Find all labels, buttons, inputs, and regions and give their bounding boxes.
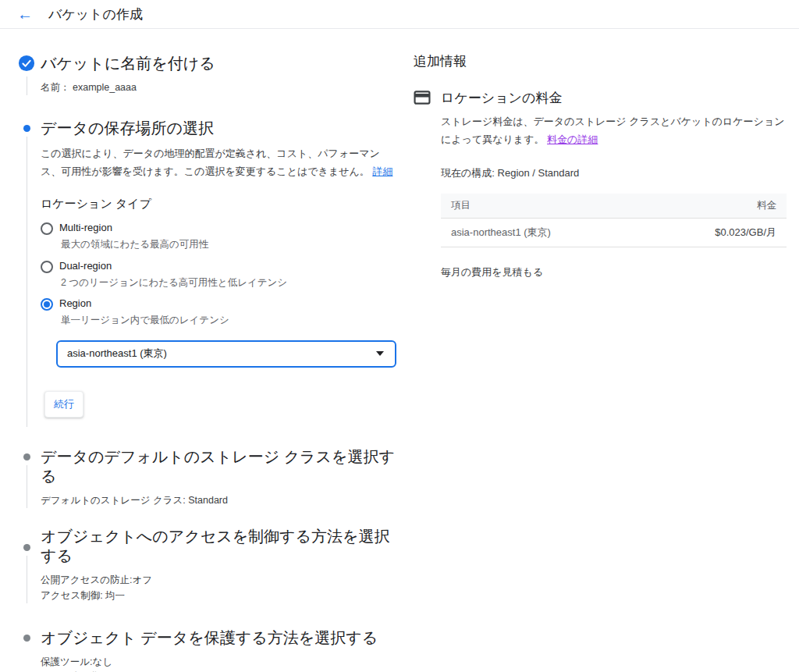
access-control-summary: アクセス制御: 均一 — [41, 588, 398, 603]
region-cell: asia-northeast1 (東京) — [441, 218, 647, 247]
step-connector-line — [27, 465, 27, 508]
page-title: バケットの作成 — [48, 5, 143, 23]
radio-selected-icon — [41, 298, 53, 311]
step-protect-data: オブジェクト データを保護する方法を選択する 保護ツール:なし データ暗号化: … — [12, 628, 403, 672]
step-title-access-control[interactable]: オブジェクトへのアクセスを制御する方法を選択する — [41, 527, 398, 566]
step-connector-line — [27, 137, 27, 427]
column-header-item: 項目 — [441, 194, 647, 219]
bucket-name-summary: 名前： example_aaaa — [41, 80, 398, 95]
radio-dual-region-label: Dual-region — [59, 259, 112, 273]
radio-region[interactable]: Region — [41, 297, 398, 311]
back-arrow-icon[interactable]: ← — [16, 5, 34, 23]
step-title-name-bucket[interactable]: バケットに名前を付ける — [41, 54, 398, 73]
radio-dual-region-description: 2 つのリージョンにわたる高可用性と低レイテンシ — [61, 276, 398, 290]
protection-tools-summary: 保護ツール:なし — [41, 655, 398, 670]
radio-region-description: 単一リージョン内で最低のレイテンシ — [61, 314, 398, 328]
price-cell: $0.023/GB/月 — [647, 218, 787, 247]
location-description: この選択により、データの地理的配置が定義され、コスト、パフォーマンス、可用性が影… — [41, 145, 396, 181]
public-access-summary: 公開アクセスの防止:オフ — [41, 573, 398, 588]
pending-step-dot-icon — [23, 635, 30, 642]
panel-title: 追加情報 — [414, 52, 787, 70]
current-config: 現在の構成: Region / Standard — [441, 166, 787, 180]
location-description-text: この選択により、データの地理的配置が定義され、コスト、パフォーマンス、可用性が影… — [41, 148, 380, 177]
pricing-description-text: ストレージ料金は、データのストレージ クラスとバケットのロケーションによって異な… — [441, 116, 785, 145]
monthly-estimate-link[interactable]: 毎月の費用を見積もる — [441, 265, 543, 279]
step-connector-line — [27, 556, 27, 603]
step-title-choose-location[interactable]: データの保存場所の選択 — [41, 119, 398, 138]
column-header-price: 料金 — [647, 194, 787, 219]
step-access-control: オブジェクトへのアクセスを制御する方法を選択する 公開アクセスの防止:オフ アク… — [12, 527, 403, 603]
step-storage-class: データのデフォルトのストレージ クラスを選択する デフォルトのストレージ クラス… — [12, 447, 403, 508]
region-select-value: asia-northeast1 (東京) — [67, 347, 167, 361]
payment-card-icon — [414, 91, 431, 105]
pending-step-dot-icon — [23, 544, 30, 551]
continue-button[interactable]: 続行 — [44, 391, 83, 418]
step-choose-location: データの保存場所の選択 この選択により、データの地理的配置が定義され、コスト、パ… — [12, 119, 403, 427]
radio-unselected-icon — [41, 261, 53, 273]
step-title-storage-class[interactable]: データのデフォルトのストレージ クラスを選択する — [41, 447, 398, 486]
radio-dual-region[interactable]: Dual-region — [41, 259, 398, 273]
learn-more-link[interactable]: 詳細 — [372, 165, 392, 177]
location-pricing-title: ロケーションの料金 — [441, 89, 562, 107]
pricing-details-link[interactable]: 料金の詳細 — [547, 133, 598, 145]
pending-step-dot-icon — [23, 453, 30, 460]
region-select[interactable]: asia-northeast1 (東京) — [56, 340, 396, 368]
radio-unselected-icon — [41, 222, 53, 235]
step-connector-line — [27, 76, 27, 95]
radio-multi-region-description: 最大の領域にわたる最高の可用性 — [61, 238, 398, 252]
location-type-label: ロケーション タイプ — [41, 197, 398, 212]
page-header: ← バケットの作成 — [0, 0, 799, 29]
storage-class-summary: デフォルトのストレージ クラス: Standard — [41, 493, 398, 508]
pricing-description: ストレージ料金は、データのストレージ クラスとバケットのロケーションによって異な… — [441, 113, 787, 149]
step-title-protect-data[interactable]: オブジェクト データを保護する方法を選択する — [41, 628, 398, 648]
chevron-down-icon — [376, 351, 384, 356]
radio-region-label: Region — [59, 297, 91, 311]
additional-info-panel: 追加情報 ロケーションの料金 ストレージ料金は、データのストレージ クラスとバケ… — [414, 29, 787, 672]
bucket-create-form: バケットに名前を付ける 名前： example_aaaa データの保存場所の選択… — [12, 29, 403, 672]
active-step-dot-icon — [23, 125, 30, 132]
check-circle-icon — [18, 55, 35, 72]
radio-multi-region[interactable]: Multi-region — [41, 221, 398, 235]
table-row: asia-northeast1 (東京) $0.023/GB/月 — [441, 218, 787, 247]
step-name-bucket: バケットに名前を付ける 名前： example_aaaa — [12, 54, 403, 95]
pricing-table: 項目 料金 asia-northeast1 (東京) $0.023/GB/月 — [441, 194, 787, 247]
radio-multi-region-label: Multi-region — [59, 221, 112, 235]
